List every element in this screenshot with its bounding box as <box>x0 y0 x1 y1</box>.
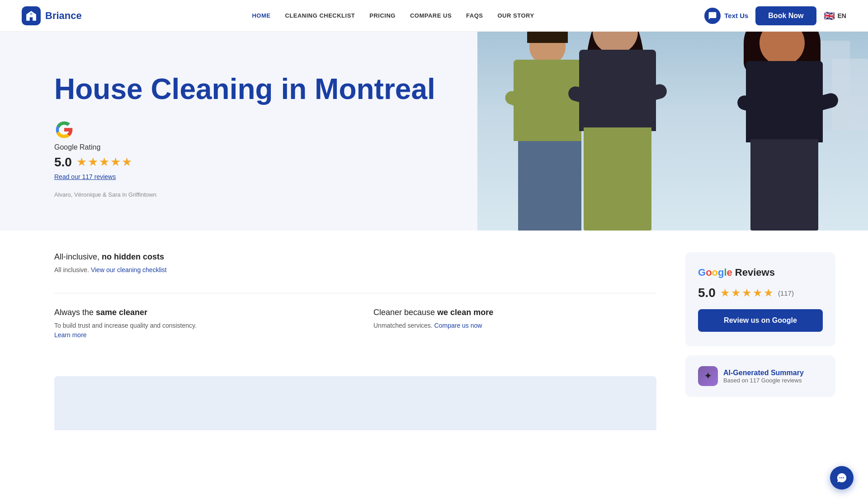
features-section: All-inclusive, no hidden costs All inclu… <box>0 231 868 448</box>
reviews-score: 5.0 <box>698 286 716 300</box>
lang-label: EN <box>838 12 846 19</box>
ai-subtitle: Based on 117 Google reviews <box>723 377 804 384</box>
g-letter-2: o <box>706 267 712 278</box>
logo[interactable]: Briance <box>22 6 82 25</box>
google-colored-text: Google <box>698 267 732 278</box>
text-us-bubble-icon <box>704 8 721 24</box>
reviews-stars: ★ ★ ★ ★ ★ <box>720 287 774 299</box>
feature-bold-3: we clean more <box>437 308 493 317</box>
nav-our-story[interactable]: OUR STORY <box>498 12 534 19</box>
text-us-button[interactable]: Text Us <box>704 8 748 24</box>
person-3 <box>741 32 832 231</box>
nav-cleaning-checklist[interactable]: CLEANING CHECKLIST <box>285 12 355 19</box>
feature-title-3: Cleaner because we clean more <box>373 308 656 317</box>
hero-title: House Cleaning in Montreal <box>54 73 450 105</box>
rating-stars: ★ ★ ★ ★ ★ <box>76 155 132 169</box>
review-star-2: ★ <box>731 287 741 299</box>
star-2: ★ <box>88 155 98 169</box>
google-rating-block: Google Rating 5.0 ★ ★ ★ ★ ★ Read our 117… <box>54 120 450 180</box>
nav-pricing[interactable]: PRICING <box>369 12 396 19</box>
hero-content: House Cleaning in Montreal Google Rating… <box>0 32 477 231</box>
feature-no-hidden-costs: All-inclusive, no hidden costs All inclu… <box>54 252 656 275</box>
google-reviews-title: Reviews <box>735 267 775 278</box>
book-now-button[interactable]: Book Now <box>755 6 816 25</box>
hero-section: House Cleaning in Montreal Google Rating… <box>0 32 868 231</box>
star-4: ★ <box>110 155 121 169</box>
star-3: ★ <box>99 155 109 169</box>
feature-bold-2: same cleaner <box>96 308 147 317</box>
flag-icon: 🇬🇧 <box>824 10 835 21</box>
g-letter-4: g <box>718 267 724 278</box>
g-letter-3: o <box>712 267 718 278</box>
review-star-3: ★ <box>742 287 752 299</box>
features-left: All-inclusive, no hidden costs All inclu… <box>22 231 675 448</box>
person-2 <box>572 32 663 231</box>
text-us-label: Text Us <box>724 12 748 19</box>
feature-title-2: Always the same cleaner <box>54 308 337 317</box>
reviews-count: (117) <box>778 289 794 297</box>
hero-image <box>477 32 868 231</box>
nav-actions: Text Us Book Now 🇬🇧 EN <box>704 6 846 25</box>
features-row-2: Always the same cleaner To build trust a… <box>54 308 656 358</box>
feature-desc-3: Unmatched services. Compare us now <box>373 321 656 330</box>
feature-title-1: All-inclusive, no hidden costs <box>54 252 656 262</box>
rating-row: 5.0 ★ ★ ★ ★ ★ <box>54 155 132 170</box>
building-2 <box>832 59 868 131</box>
star-1: ★ <box>76 155 87 169</box>
bottom-image-preview <box>54 376 656 430</box>
feature-desc-2: To build trust and increase quality and … <box>54 321 337 340</box>
nav-compare-us[interactable]: COMPARE US <box>410 12 452 19</box>
feature-bold-1: no hidden costs <box>102 252 164 261</box>
nav-home[interactable]: HOME <box>252 12 270 19</box>
ai-icon: ✦ <box>698 366 718 386</box>
ai-summary-header: ✦ AI-Generated Summary Based on 117 Goog… <box>698 366 823 386</box>
hero-caption: Alvaro, Véronique & Sara in Griffintown <box>54 191 450 198</box>
cleaning-checklist-link[interactable]: View our cleaning checklist <box>91 266 167 273</box>
review-star-1: ★ <box>720 287 730 299</box>
reviews-score-row: 5.0 ★ ★ ★ ★ ★ (117) <box>698 286 823 300</box>
review-star-4: ★ <box>753 287 763 299</box>
nav-links: HOME CLEANING CHECKLIST PRICING COMPARE … <box>252 12 534 19</box>
ai-title: AI-Generated Summary <box>723 369 804 377</box>
google-reviews-header: Google Reviews <box>698 267 823 278</box>
g-letter-1: G <box>698 267 706 278</box>
feature-desc-1: All inclusive. View our cleaning checkli… <box>54 265 656 275</box>
g-letter-6: e <box>727 267 732 278</box>
google-rating-label: Google Rating <box>54 143 100 151</box>
review-star-5: ★ <box>764 287 774 299</box>
ai-summary-text: AI-Generated Summary Based on 117 Google… <box>723 369 804 384</box>
house-icon <box>25 10 37 22</box>
compare-us-link[interactable]: Compare us now <box>434 322 482 329</box>
feature-divider-1 <box>54 293 656 293</box>
logo-icon <box>22 6 41 25</box>
google-g-icon <box>54 120 74 140</box>
features-right: Google Reviews 5.0 ★ ★ ★ ★ ★ (117) Revie… <box>675 231 846 448</box>
svg-point-0 <box>30 12 32 14</box>
nav-faqs[interactable]: FAQS <box>466 12 483 19</box>
learn-more-link[interactable]: Learn more <box>54 331 87 339</box>
ai-summary-card: ✦ AI-Generated Summary Based on 117 Goog… <box>685 355 835 397</box>
language-button[interactable]: 🇬🇧 EN <box>824 10 846 21</box>
review-us-button[interactable]: Review us on Google <box>698 309 823 332</box>
ai-star-icon: ✦ <box>704 370 712 382</box>
logo-text: Briance <box>45 10 82 22</box>
hero-image-bg <box>477 32 868 231</box>
rating-value: 5.0 <box>54 155 72 170</box>
feature-clean-more: Cleaner because we clean more Unmatched … <box>373 308 656 358</box>
feature-same-cleaner: Always the same cleaner To build trust a… <box>54 308 337 340</box>
reviews-link[interactable]: Read our 117 reviews <box>54 173 116 180</box>
navigation: Briance HOME CLEANING CHECKLIST PRICING … <box>0 0 868 32</box>
google-reviews-card: Google Reviews 5.0 ★ ★ ★ ★ ★ (117) Revie… <box>685 252 835 346</box>
star-5: ★ <box>122 155 132 169</box>
message-icon <box>708 11 717 20</box>
